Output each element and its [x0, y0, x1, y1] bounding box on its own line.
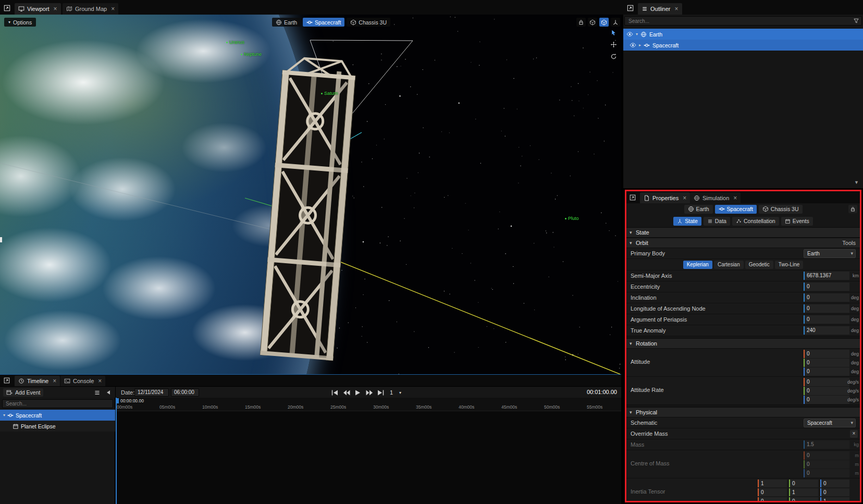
- playback-speed-value[interactable]: 1: [390, 389, 393, 396]
- visibility-eye-icon[interactable]: [626, 31, 633, 38]
- section-header-orbit[interactable]: Orbit Tools: [626, 238, 860, 248]
- speed-dropdown-chevron-icon[interactable]: ▾: [399, 390, 401, 395]
- subtab-events[interactable]: Events: [781, 217, 813, 226]
- longitude-ascending-node-input[interactable]: 0: [804, 304, 849, 313]
- subtab-constellation[interactable]: Constellation: [732, 217, 779, 226]
- close-icon[interactable]: ×: [53, 378, 56, 384]
- com-y-input[interactable]: 0: [804, 460, 849, 469]
- subtab-data[interactable]: Data: [704, 217, 730, 226]
- eccentricity-input[interactable]: 0: [804, 282, 849, 291]
- tab-outliner[interactable]: Outliner ×: [638, 3, 682, 15]
- section-header-rotation[interactable]: Rotation: [626, 338, 860, 349]
- frame-tab-two-line[interactable]: Two-Line: [775, 261, 804, 269]
- tab-simulation[interactable]: Simulation ×: [690, 192, 741, 203]
- filter-funnel-icon[interactable]: [853, 18, 859, 24]
- attitude-rate-y-input[interactable]: 0: [804, 387, 849, 395]
- lock-view-button[interactable]: [576, 18, 586, 27]
- inclination-input[interactable]: 0: [804, 293, 849, 302]
- inertia-10-input[interactable]: 0: [758, 488, 787, 496]
- orbit-tools-button[interactable]: Tools: [842, 238, 856, 248]
- chevron-down-icon[interactable]: ▾: [636, 32, 638, 36]
- tab-viewport[interactable]: Viewport ×: [15, 3, 61, 15]
- inertia-21-input[interactable]: 0: [789, 497, 818, 502]
- breadcrumb-chassis-button[interactable]: Chassis 3U: [347, 18, 390, 27]
- crumb-earth-button[interactable]: Earth: [684, 205, 713, 214]
- viewport-options-button[interactable]: ▾ Options: [4, 18, 36, 27]
- clear-override-button[interactable]: ×: [850, 430, 858, 438]
- outliner-item-spacecraft[interactable]: ▸ Spacecraft: [623, 40, 863, 51]
- timeline-track-area[interactable]: [115, 411, 621, 504]
- select-tool-button[interactable]: [609, 28, 618, 37]
- semi-major-axis-input[interactable]: 6678.1367: [804, 272, 849, 280]
- inertia-20-input[interactable]: 0: [758, 497, 787, 502]
- playhead-time-flag[interactable]: 00:00:00.00: [117, 398, 144, 403]
- close-icon[interactable]: ×: [675, 6, 679, 12]
- fast-forward-button[interactable]: [365, 389, 374, 396]
- close-icon[interactable]: ×: [54, 6, 57, 12]
- inertia-12-input[interactable]: 0: [820, 488, 849, 496]
- close-icon[interactable]: ×: [98, 378, 102, 384]
- mass-input[interactable]: 1.5: [804, 440, 849, 449]
- dock-panel-icon[interactable]: [3, 377, 10, 384]
- primary-body-dropdown[interactable]: Earth: [804, 249, 856, 258]
- skip-to-start-button[interactable]: [330, 389, 339, 396]
- lock-selection-button[interactable]: [848, 205, 857, 213]
- attitude-y-input[interactable]: 0: [804, 359, 849, 367]
- dock-panel-icon[interactable]: [626, 4, 634, 12]
- viewport-3d-canvas[interactable]: Uranus Neptune Saturn Pluto ▾ Options Ea…: [0, 15, 621, 375]
- event-list-icon[interactable]: [94, 389, 101, 396]
- docked-panel-handle[interactable]: [0, 237, 2, 242]
- add-event-button[interactable]: Add Event: [3, 388, 43, 397]
- date-input[interactable]: 12/11/2024: [134, 388, 169, 397]
- rewind-button[interactable]: [342, 389, 351, 396]
- argument-of-periapsis-input[interactable]: 0: [804, 315, 849, 324]
- section-header-state[interactable]: State: [626, 227, 860, 238]
- com-z-input[interactable]: 0: [804, 469, 849, 477]
- time-input[interactable]: 06:00:00: [171, 388, 199, 397]
- tab-ground-map[interactable]: Ground Map ×: [63, 3, 118, 15]
- snap-grid-button[interactable]: [588, 18, 597, 27]
- move-tool-button[interactable]: [609, 40, 618, 49]
- outliner-search-input[interactable]: [624, 16, 862, 26]
- attitude-z-input[interactable]: 0: [804, 367, 849, 376]
- timeline-ruler[interactable]: 00:00:00.00 00m00s 05m00s 10m00s 15m00s …: [115, 398, 621, 411]
- true-anomaly-input[interactable]: 240: [804, 326, 849, 335]
- schematic-dropdown[interactable]: Spacecraft: [804, 419, 856, 427]
- section-header-physical[interactable]: Physical: [626, 407, 860, 417]
- frame-tab-cartesian[interactable]: Cartesian: [714, 261, 744, 269]
- visibility-eye-icon[interactable]: [630, 42, 636, 48]
- inertia-22-input[interactable]: 1: [820, 497, 849, 502]
- subtab-state[interactable]: State: [673, 217, 701, 226]
- local-space-button[interactable]: [599, 18, 609, 27]
- rotate-tool-button[interactable]: [609, 52, 618, 61]
- outliner-item-earth[interactable]: ▾ Earth: [623, 29, 863, 40]
- inertia-11-input[interactable]: 1: [789, 488, 818, 496]
- close-icon[interactable]: ×: [111, 6, 115, 12]
- breadcrumb-earth-button[interactable]: Earth: [272, 18, 301, 27]
- timeline-playhead-line[interactable]: [116, 398, 117, 504]
- inertia-01-input[interactable]: 0: [789, 480, 818, 487]
- play-button[interactable]: [353, 389, 362, 396]
- gizmo-axes-button[interactable]: [611, 18, 620, 27]
- attitude-x-input[interactable]: 0: [804, 350, 849, 358]
- close-icon[interactable]: ×: [683, 195, 686, 201]
- chevron-right-icon[interactable]: ▸: [639, 43, 641, 47]
- chevron-down-icon[interactable]: ▾: [3, 413, 5, 417]
- dock-panel-icon[interactable]: [3, 4, 11, 12]
- frame-tab-keplerian[interactable]: Keplerian: [683, 261, 712, 269]
- breadcrumb-spacecraft-button[interactable]: Spacecraft: [303, 18, 344, 27]
- timeline-track-spacecraft[interactable]: ▾ Spacecraft: [0, 410, 115, 421]
- outliner-expand-chevron-icon[interactable]: ▼: [854, 180, 859, 185]
- tab-properties[interactable]: Properties ×: [640, 192, 690, 203]
- timeline-track-planet-eclipse[interactable]: Planet Eclipse: [0, 421, 115, 432]
- attitude-rate-z-input[interactable]: 0: [804, 396, 849, 404]
- crumb-spacecraft-button[interactable]: Spacecraft: [715, 205, 757, 214]
- timeline-search-input[interactable]: [2, 399, 113, 408]
- collapse-left-icon[interactable]: [106, 390, 111, 395]
- crumb-chassis-button[interactable]: Chassis 3U: [759, 205, 803, 214]
- com-x-input[interactable]: 0: [804, 451, 849, 460]
- tab-console[interactable]: Console ×: [60, 376, 105, 386]
- skip-to-end-button[interactable]: [376, 389, 385, 396]
- inertia-00-input[interactable]: 1: [758, 480, 787, 487]
- close-icon[interactable]: ×: [733, 195, 737, 201]
